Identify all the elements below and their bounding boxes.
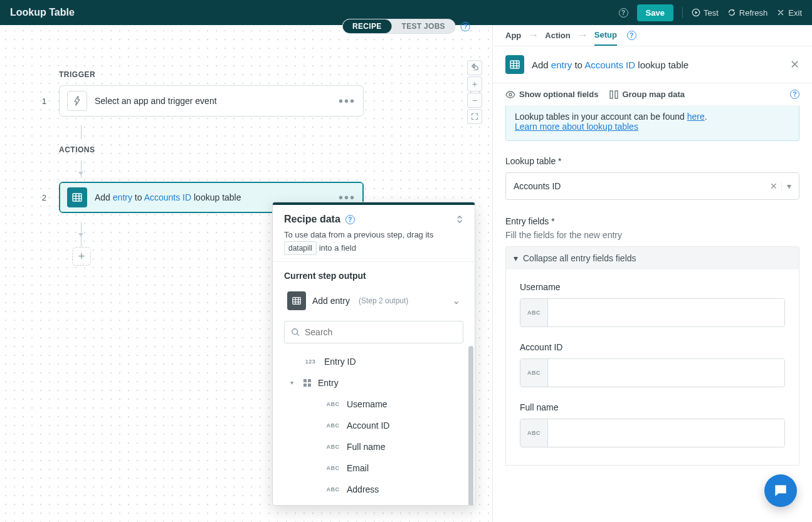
datapill-label: Entry	[318, 378, 339, 388]
tab-recipe[interactable]: RECIPE	[342, 19, 391, 33]
field-label: Username	[520, 282, 785, 292]
svg-rect-19	[510, 61, 519, 68]
current-step-output-label: Current step output	[284, 271, 463, 281]
search-icon	[291, 328, 300, 337]
refresh-button[interactable]: Refresh	[727, 8, 768, 18]
connector	[81, 160, 82, 178]
type-badge: 123	[303, 358, 318, 365]
type-badge: ABC	[325, 465, 340, 471]
connector	[81, 125, 82, 139]
svg-line-14	[297, 333, 299, 335]
chat-icon	[772, 483, 789, 499]
tab-app[interactable]: App	[505, 26, 521, 45]
save-button[interactable]: Save	[637, 4, 673, 21]
scrollbar[interactable]	[468, 346, 473, 505]
svg-marker-1	[695, 11, 698, 14]
exit-label: Exit	[788, 8, 802, 18]
type-badge: ABC	[520, 299, 548, 326]
here-link[interactable]: here	[687, 112, 705, 122]
fit-button[interactable]	[467, 109, 482, 124]
columns-icon	[609, 90, 618, 99]
field-label: Account ID	[520, 342, 785, 352]
field-label: Full name	[520, 402, 785, 412]
add-step-button[interactable]: +	[72, 247, 91, 266]
datapill-item[interactable]: ABCAccount ID	[282, 415, 466, 436]
search-input[interactable]	[305, 327, 456, 337]
step-output-name: Add entry	[312, 296, 350, 306]
step-label: Add entry to Accounts ID lookup table	[95, 192, 241, 202]
zoom-in-button[interactable]: +	[467, 76, 482, 91]
datapill-item[interactable]: ABCFull name	[282, 436, 466, 457]
refresh-label: Refresh	[739, 8, 768, 18]
info-box: Lookup tables in your account can be fou…	[505, 105, 799, 141]
chevron-down-icon[interactable]: ▾	[781, 181, 791, 191]
datapill-label: Address	[347, 484, 379, 494]
expand-icon[interactable]	[456, 215, 463, 224]
test-button[interactable]: Test	[692, 8, 719, 18]
svg-rect-25	[610, 91, 613, 98]
trigger-section-label: TRIGGER	[59, 70, 364, 79]
help-icon[interactable]: ?	[627, 31, 636, 40]
field-input[interactable]	[548, 419, 784, 447]
undo-button[interactable]	[467, 60, 482, 75]
datapill-item[interactable]: 123Entry ID	[282, 351, 466, 372]
chat-button[interactable]	[764, 474, 797, 507]
collapse-entry-fields-button[interactable]: ▾ Collapse all entry fields fields	[505, 246, 799, 269]
play-icon	[692, 8, 700, 17]
help-icon[interactable]: ?	[790, 90, 799, 99]
tab-test-jobs[interactable]: TEST JOBS	[392, 19, 455, 33]
help-icon[interactable]: ?	[619, 8, 628, 18]
view-toggle: RECIPE TEST JOBS	[342, 19, 456, 34]
show-optional-label: Show optional fields	[519, 90, 598, 99]
entry-fields-subtext: Fill the fields for the new entry	[505, 230, 799, 240]
step-output-sub: (Step 2 output)	[359, 296, 408, 305]
type-badge: ABC	[325, 401, 340, 407]
lookup-table-value: Accounts ID	[514, 181, 561, 191]
recipe-canvas[interactable]: + − TRIGGER 1 Select an app and trigger …	[0, 25, 492, 522]
step-output-toggle[interactable]: Add entry (Step 2 output) ⌄	[282, 287, 466, 315]
svg-rect-17	[303, 384, 307, 387]
type-badge: ABC	[520, 419, 548, 447]
learn-more-link[interactable]: Learn more about lookup tables	[515, 122, 638, 132]
group-map-data-button[interactable]: Group map data	[609, 90, 685, 99]
datapill-item[interactable]: ABCEmail	[282, 457, 466, 479]
lookup-table-label: Lookup table *	[505, 156, 799, 166]
datapill-item[interactable]: ABCAddress	[282, 479, 466, 500]
help-icon[interactable]: ?	[461, 22, 470, 31]
type-badge: ABC	[520, 359, 548, 387]
datapill-label: Full name	[347, 442, 385, 452]
search-input-wrap	[284, 321, 463, 343]
page-title: Lookup Table	[10, 7, 75, 18]
eye-icon	[505, 91, 515, 98]
refresh-icon	[727, 8, 736, 17]
trigger-step[interactable]: Select an app and trigger event •••	[59, 85, 364, 117]
type-badge: ABC	[325, 422, 340, 429]
svg-rect-8	[293, 297, 300, 304]
connector	[81, 222, 82, 247]
tab-action[interactable]: Action	[545, 26, 570, 45]
tab-setup[interactable]: Setup	[594, 25, 617, 46]
datapill-item[interactable]: ABCUsername	[282, 394, 466, 415]
zoom-out-button[interactable]: −	[467, 93, 482, 108]
help-icon[interactable]: ?	[345, 215, 355, 224]
panel-title-text: Add entry to Accounts ID lookup table	[532, 60, 688, 70]
group-map-label: Group map data	[622, 90, 685, 99]
step-number: 1	[38, 97, 46, 106]
datapill-item[interactable]: ▾Entry	[282, 372, 466, 394]
exit-button[interactable]: Exit	[776, 8, 802, 18]
type-badge: ABC	[325, 486, 340, 493]
field-input[interactable]	[548, 359, 784, 387]
svg-point-24	[509, 93, 512, 96]
lookup-table-select[interactable]: Accounts ID ✕ ▾	[505, 172, 799, 200]
close-icon	[776, 8, 785, 17]
field-input[interactable]	[548, 299, 784, 326]
collapse-label: Collapse all entry fields fields	[523, 253, 636, 263]
svg-rect-16	[308, 379, 311, 382]
recipe-data-title: Recipe data	[284, 214, 340, 225]
entry-fields-label: Entry fields *	[505, 216, 799, 226]
show-optional-fields-button[interactable]: Show optional fields	[505, 90, 598, 99]
divider	[682, 7, 683, 18]
clear-icon[interactable]: ✕	[766, 181, 781, 191]
arrow-icon: →	[577, 29, 588, 42]
close-panel-button[interactable]: ✕	[790, 58, 799, 71]
